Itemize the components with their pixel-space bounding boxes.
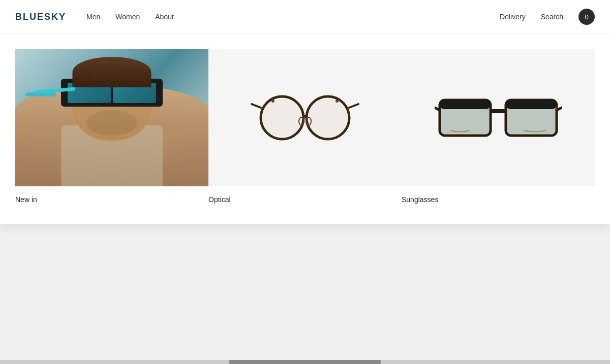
navbar: BLUESKY Men Women About Delivery Search … xyxy=(0,0,610,34)
dropdown-item-optical[interactable]: Optical xyxy=(208,49,402,204)
brand-logo[interactable]: BLUESKY xyxy=(15,12,66,22)
sunglasses-svg xyxy=(435,85,562,151)
dropdown-panel: New in xyxy=(0,34,610,224)
sunglasses-label: Sunglasses xyxy=(402,195,595,204)
svg-point-7 xyxy=(309,98,347,137)
scroll-thumb[interactable] xyxy=(229,360,381,364)
svg-line-2 xyxy=(252,104,261,108)
svg-line-3 xyxy=(349,104,358,108)
svg-point-6 xyxy=(263,98,301,137)
nav-search[interactable]: Search xyxy=(541,13,563,21)
dropdown-item-sunglasses[interactable]: Sunglasses xyxy=(402,49,595,204)
optical-glasses-svg xyxy=(249,90,361,146)
cart-badge[interactable]: 0 xyxy=(578,9,595,25)
nav-delivery[interactable]: Delivery xyxy=(500,13,526,21)
nav-links: Men Women About xyxy=(86,13,500,21)
new-in-label: New in xyxy=(15,195,208,204)
nav-men[interactable]: Men xyxy=(86,13,100,21)
svg-rect-18 xyxy=(506,100,557,109)
dropdown-item-new-in[interactable]: New in xyxy=(15,49,208,204)
nav-about[interactable]: About xyxy=(155,13,174,21)
nav-women[interactable]: Women xyxy=(115,13,140,21)
optical-label: Optical xyxy=(208,195,402,204)
new-in-image xyxy=(15,49,208,186)
svg-rect-14 xyxy=(491,109,506,113)
nav-right: Delivery Search 0 xyxy=(500,9,595,25)
scroll-indicator xyxy=(0,360,610,364)
sunglasses-image xyxy=(402,49,595,186)
optical-image xyxy=(208,49,402,186)
svg-rect-17 xyxy=(440,100,491,109)
